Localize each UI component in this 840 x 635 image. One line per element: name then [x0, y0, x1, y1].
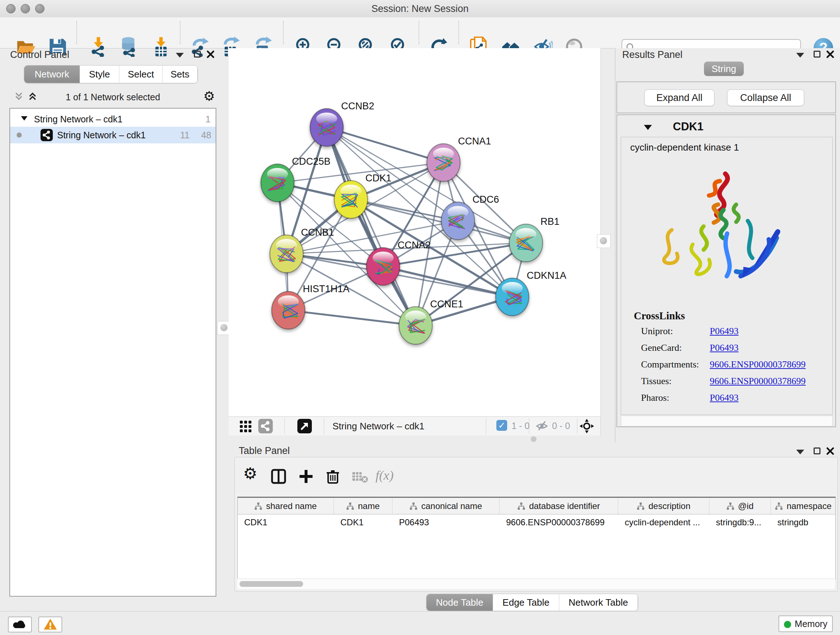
warning-icon[interactable] [38, 616, 62, 632]
crosslink-link[interactable]: 9606.ENSP00000378699 [710, 359, 806, 370]
crosslink-link[interactable]: P06493 [710, 326, 738, 337]
import-network-icon[interactable] [88, 36, 109, 58]
string-share-icon[interactable] [258, 419, 273, 433]
network-node-CCNA2[interactable] [366, 248, 400, 285]
column-header-namespace[interactable]: namespace [771, 498, 836, 514]
network-node-CDK1[interactable] [334, 181, 368, 218]
network-list: String Network – cdk1 1 String Network –… [9, 108, 216, 597]
column-icon[interactable] [271, 469, 286, 486]
crosslink-row: Pharos:P06493 [641, 393, 829, 407]
crosslink-link[interactable]: 9606.ENSP00000378699 [710, 376, 806, 386]
crosslink-label: Compartments: [641, 359, 699, 370]
collapse-all-button[interactable]: Collapse All [727, 89, 804, 106]
column-header-canonical-name[interactable]: canonical name [393, 498, 500, 514]
network-node-RB1[interactable] [509, 224, 543, 262]
control-panel-float-icon[interactable] [176, 53, 184, 57]
network-edge-CCNB2-CCNE1[interactable] [327, 127, 416, 325]
toolbar-separator [418, 21, 419, 44]
results-panel-maximize-icon[interactable] [813, 51, 821, 57]
column-type-icon [254, 502, 262, 510]
tab-edge-table[interactable]: Edge Table [493, 594, 559, 611]
gear-icon[interactable]: ⚙ [243, 466, 257, 481]
column-header-shared-name[interactable]: shared name [238, 498, 334, 514]
column-type-icon [346, 502, 354, 510]
crosslink-link[interactable]: P06493 [710, 393, 738, 403]
function-icon: f(x) [376, 468, 393, 483]
horizontal-splitter-handle[interactable] [531, 436, 537, 442]
scrollbar-thumb[interactable] [240, 581, 303, 587]
network-edge-HIST1H1A-CCNE1[interactable] [288, 310, 416, 325]
network-row-selected[interactable]: String Network – cdk1 11 48 [10, 127, 216, 143]
network-node-CCNE1[interactable] [399, 307, 432, 344]
expand-all-button[interactable]: Expand All [644, 89, 714, 106]
network-node-count: 11 [180, 130, 189, 141]
node-label-HIST1H1A: HIST1H1A [303, 283, 349, 295]
cell-shared-name: CDK1 [238, 515, 334, 530]
cell-name: CDK1 [334, 515, 393, 530]
table-horizontal-scrollbar [237, 578, 835, 589]
delete-table-icon [352, 470, 368, 485]
network-collection-row[interactable]: String Network – cdk1 1 [10, 111, 216, 127]
add-icon[interactable] [298, 469, 314, 486]
network-node-CCNB1[interactable] [270, 235, 303, 272]
tab-network-table[interactable]: Network Table [559, 594, 638, 611]
network-options-gear-icon[interactable]: ⚙ [203, 89, 215, 103]
column-header-description[interactable]: description [618, 498, 709, 514]
node-label-CCNE1: CCNE1 [430, 299, 463, 310]
column-header-name[interactable]: name [334, 498, 393, 514]
tab-style[interactable]: Style [80, 65, 119, 83]
table-panel-float-icon[interactable] [796, 450, 804, 454]
network-node-CDC25B[interactable] [261, 164, 294, 202]
network-node-HIST1H1A[interactable] [272, 291, 305, 329]
column-header-database-identifier[interactable]: database identifier [500, 498, 618, 514]
collection-name: String Network – cdk1 [34, 114, 123, 125]
column-type-icon [726, 502, 734, 510]
selected-count-label: 1 - 0 [512, 421, 530, 431]
network-node-CCNA1[interactable] [427, 144, 460, 181]
crosshair-icon[interactable] [579, 418, 595, 435]
column-type-icon [637, 502, 645, 510]
network-node-CCNB2[interactable] [310, 109, 343, 146]
column-header--id[interactable]: @id [709, 498, 771, 514]
network-node-CDC6[interactable] [441, 202, 475, 240]
network-canvas[interactable]: CCNB2CCNA1CDC25BCDK1CDC6RB1CCNB1CCNA2CDK… [229, 48, 601, 416]
tab-sets[interactable]: Sets [163, 65, 197, 83]
network-selected-count: 1 of 1 Network selected [9, 92, 216, 103]
table-panel-close-icon[interactable] [826, 447, 835, 456]
control-panel-maximize-icon[interactable] [194, 51, 201, 57]
import-database-icon[interactable] [118, 36, 139, 58]
network-edge-CCNB2-CCNA1[interactable] [327, 127, 444, 163]
node-label-CCNB1: CCNB1 [301, 227, 334, 238]
results-panel-float-icon[interactable] [796, 53, 804, 57]
crosslink-link[interactable]: P06493 [710, 342, 738, 353]
grid-icon[interactable] [239, 420, 253, 434]
import-table-icon[interactable] [150, 36, 172, 58]
network-edge-CCNA2-CDKN1A[interactable] [383, 266, 512, 297]
selected-checkbox[interactable]: ✓ [496, 420, 507, 431]
network-view-title: String Network – cdk1 [332, 421, 424, 432]
results-scrollbar[interactable] [621, 416, 833, 426]
cell-database-identifier: 9606.ENSP00000378699 [500, 515, 618, 530]
results-panel-close-icon[interactable] [826, 50, 835, 60]
delete-icon[interactable] [325, 469, 341, 486]
open-external-icon[interactable] [297, 419, 312, 433]
network-node-CDKN1A[interactable] [496, 278, 529, 316]
right-splitter-handle[interactable] [597, 234, 611, 248]
column-type-icon [409, 502, 417, 510]
cell-namespace: stringdb [771, 515, 836, 530]
gene-collapse-icon[interactable] [643, 124, 653, 133]
tab-select[interactable]: Select [119, 65, 163, 83]
memory-button[interactable]: Memory [778, 616, 833, 632]
tab-node-table[interactable]: Node Table [426, 594, 493, 611]
node-label-CDC25B: CDC25B [292, 156, 331, 167]
node-label-CCNA2: CCNA2 [398, 240, 431, 250]
table-panel-maximize-icon[interactable] [813, 448, 821, 454]
collection-collapse-icon[interactable] [20, 115, 28, 123]
tab-string[interactable]: String [704, 62, 744, 76]
table-row[interactable]: CDK1CDK1P064939606.ENSP00000378699cyclin… [238, 515, 835, 530]
control-panel-close-icon[interactable] [206, 50, 215, 60]
main-toolbar: ? [0, 17, 840, 49]
titlebar: Session: New Session [0, 0, 840, 18]
cloud-icon[interactable] [8, 616, 32, 632]
tab-network[interactable]: Network [24, 65, 80, 83]
